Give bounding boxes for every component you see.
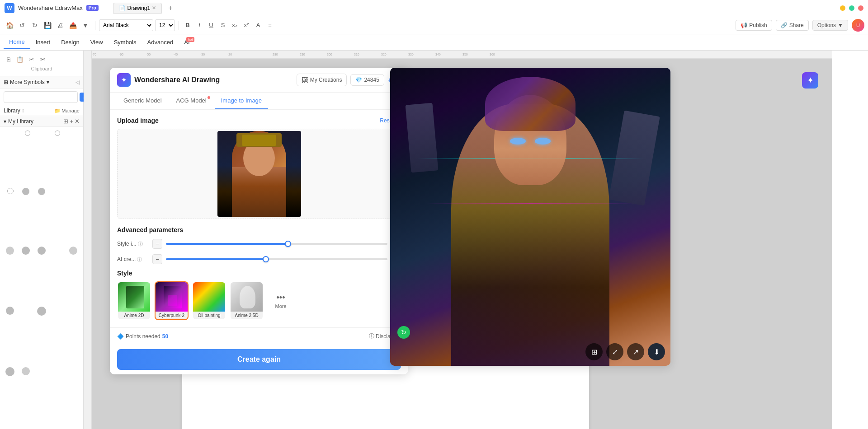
more-btn[interactable]: ▼ <box>80 19 91 31</box>
menu-ai[interactable]: AI hot <box>179 36 195 48</box>
options-label: Options <box>817 22 836 28</box>
italic-btn[interactable]: I <box>194 20 204 30</box>
panel-content: Upload image Reselect <box>110 110 408 327</box>
tab-acg-model[interactable]: ACG Model <box>170 93 213 109</box>
style-intensity-minus-btn[interactable]: − <box>152 239 162 249</box>
underline-btn[interactable]: U <box>206 20 216 30</box>
tab-close-btn[interactable]: ✕ <box>152 5 156 11</box>
style-section-title: Style <box>117 270 401 277</box>
style-label-cyberpunk2: Cyberpunk-2 <box>156 312 188 319</box>
points-label: Points needed <box>126 333 160 340</box>
expand-image-btn[interactable]: ⤢ <box>606 343 623 360</box>
cut2-btn[interactable]: ✂ <box>38 54 47 64</box>
more-dots-icon: ••• <box>277 293 285 303</box>
shape-dot[interactable] <box>6 307 14 315</box>
style-card-anime2d[interactable]: Anime 2D <box>117 281 151 320</box>
shape-grid <box>0 127 83 429</box>
paste-btn[interactable]: 📋 <box>15 54 25 64</box>
shape-dot[interactable] <box>7 188 14 194</box>
my-creations-btn[interactable]: 🖼 My Creations <box>297 74 347 86</box>
search-input[interactable] <box>4 91 78 103</box>
shape-dot[interactable] <box>22 367 30 375</box>
ai-panel-title: ✦ Wondershare AI Drawing <box>117 73 220 87</box>
menu-insert[interactable]: Insert <box>30 36 56 48</box>
menu-advanced[interactable]: Advanced <box>142 36 179 48</box>
superscript-btn[interactable]: x² <box>241 20 251 30</box>
manage-btn[interactable]: 📁 Manage <box>54 108 80 114</box>
copy-image-btn[interactable]: ⊞ <box>585 343 603 360</box>
ai-creativity-slider[interactable] <box>166 258 387 260</box>
cut-btn[interactable]: ✂ <box>26 54 36 64</box>
publish-btn[interactable]: 📢 Publish <box>736 20 772 31</box>
toolbar: 🏠 ↺ ↻ 💾 🖨 📤 ▼ Arial Black 12 B I U S x₂ … <box>0 16 868 34</box>
shape-dot[interactable] <box>22 247 30 255</box>
my-creations-label: My Creations <box>310 77 342 83</box>
redo-btn[interactable]: ↻ <box>29 19 41 31</box>
library-label: Library ↑ <box>4 107 24 114</box>
title-bar: W Wondershare EdrawMax Pro 📄 Drawing1 ✕ … <box>0 0 868 16</box>
shape-dot[interactable] <box>22 188 29 195</box>
shape-dot[interactable] <box>5 367 14 376</box>
subscript-btn[interactable]: x₂ <box>230 20 240 30</box>
shape-dot[interactable] <box>69 247 77 255</box>
maximize-btn[interactable] <box>849 5 854 11</box>
save-btn[interactable]: 💾 <box>42 19 53 31</box>
new-tab-btn[interactable]: + <box>165 3 175 13</box>
style-intensity-slider[interactable] <box>166 243 387 245</box>
collapse-btn[interactable]: ◁ <box>75 79 80 85</box>
tab-img2img[interactable]: Image to Image <box>215 93 268 109</box>
lib-add-btn[interactable]: + <box>70 118 73 125</box>
my-library-header: ▾ My Library ⊞ + ✕ <box>0 116 83 127</box>
shape-dot[interactable] <box>37 307 46 316</box>
create-again-btn[interactable]: Create again <box>117 349 401 370</box>
shape-dot[interactable] <box>25 131 30 136</box>
bold-btn[interactable]: B <box>183 20 193 30</box>
user-avatar[interactable]: U <box>852 19 864 32</box>
shape-dot[interactable] <box>6 247 14 255</box>
menu-design[interactable]: Design <box>56 36 85 48</box>
ai-creativity-info-icon[interactable]: ⓘ <box>137 256 142 263</box>
tab-generic-model[interactable]: Generic Model <box>117 93 168 109</box>
export-btn[interactable]: 📤 <box>67 19 79 31</box>
lib-layout-btn[interactable]: ⊞ <box>63 118 68 125</box>
credits-btn[interactable]: 💎 24845 <box>350 74 384 86</box>
refresh-icon[interactable]: ↻ <box>397 326 410 339</box>
nav-buttons: 🏠 ↺ ↻ 💾 🖨 📤 ▼ <box>4 19 91 31</box>
menu-home[interactable]: Home <box>4 36 30 49</box>
more-styles-label: More <box>275 303 286 309</box>
upload-area[interactable] <box>117 129 401 219</box>
undo-btn[interactable]: ↺ <box>16 19 28 31</box>
align-btn[interactable]: ≡ <box>265 20 275 30</box>
text-color-btn[interactable]: A <box>253 20 263 30</box>
more-styles-btn[interactable]: ••• More <box>267 284 294 318</box>
print-btn[interactable]: 🖨 <box>54 19 66 31</box>
style-card-cyberpunk2[interactable]: Cyberpunk-2 <box>155 281 189 320</box>
menu-symbols[interactable]: Symbols <box>108 36 142 48</box>
more-symbols-chevron: ▾ <box>47 79 49 85</box>
style-card-anime25d[interactable]: Anime 2.5D <box>230 281 264 320</box>
shape-dot[interactable] <box>55 131 60 136</box>
shape-dot[interactable] <box>38 247 46 255</box>
drawing-tab[interactable]: 📄 Drawing1 ✕ <box>113 3 162 14</box>
minimize-btn[interactable] <box>840 5 845 11</box>
close-btn[interactable] <box>858 5 863 11</box>
home-nav-btn[interactable]: 🏠 <box>4 19 15 31</box>
lib-close-btn[interactable]: ✕ <box>75 118 80 125</box>
ruler-canvas-area: -70 -60 -50 -40 -30 -20 280 290 300 310 … <box>84 51 832 429</box>
ai-creativity-minus-btn[interactable]: − <box>152 254 162 264</box>
ai-panel-header: ✦ Wondershare AI Drawing 🖼 My Creations … <box>110 68 408 93</box>
style-intensity-info-icon[interactable]: ⓘ <box>138 241 143 247</box>
options-chevron-icon: ▼ <box>838 22 843 28</box>
download-image-btn[interactable]: ⬇ <box>648 343 665 360</box>
style-card-oil[interactable]: Oil painting <box>192 281 226 320</box>
menu-view[interactable]: View <box>85 36 108 48</box>
copy-btn[interactable]: ⎘ <box>4 54 14 64</box>
credits-value: 24845 <box>364 77 379 83</box>
share-btn[interactable]: 🔗 Share <box>776 20 809 31</box>
strikethrough-btn[interactable]: S <box>218 20 228 30</box>
font-family-select[interactable]: Arial Black <box>99 19 153 31</box>
options-btn[interactable]: Options ▼ <box>812 20 848 31</box>
share-image-btn[interactable]: ↗ <box>627 343 644 360</box>
font-size-select[interactable]: 12 <box>155 19 175 31</box>
shape-dot[interactable] <box>38 188 45 195</box>
